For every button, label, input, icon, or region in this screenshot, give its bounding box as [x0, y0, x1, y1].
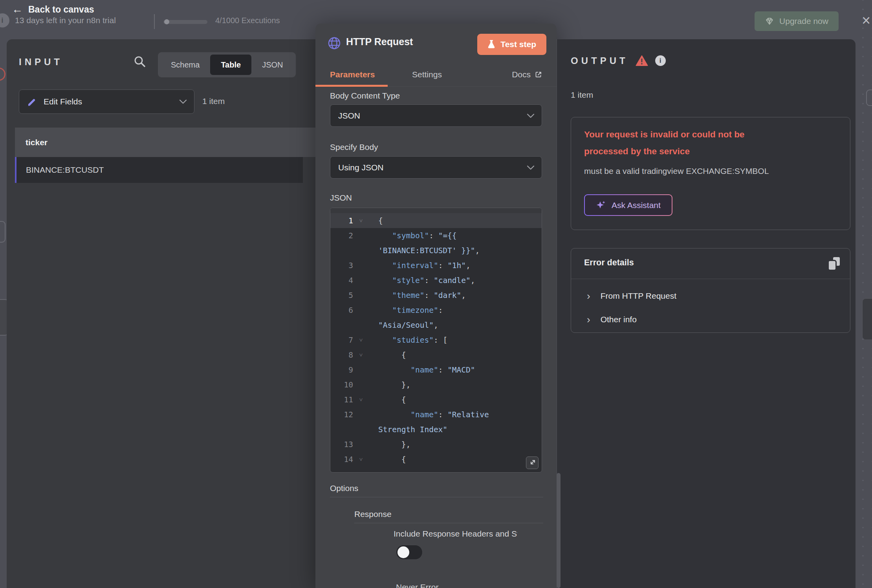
fold-chevron-icon[interactable]: ˅ [353, 217, 369, 224]
options-divider [330, 497, 543, 497]
tab-parameters[interactable]: Parameters [330, 70, 375, 79]
code-line[interactable]: 13 }, [330, 437, 542, 452]
code-line[interactable]: 2 "symbol": "={{ [330, 228, 542, 243]
other-info-label: Other info [601, 315, 637, 324]
upgrade-now-label: Upgrade now [779, 16, 828, 26]
line-number: 5 [330, 291, 353, 300]
code-text: "name": "Relative [369, 410, 489, 419]
line-number: 8 [330, 351, 353, 360]
tab-docs[interactable]: Docs [512, 70, 542, 79]
line-number: 1 [330, 216, 353, 225]
tab-schema[interactable]: Schema [160, 55, 210, 75]
fold-chevron-icon[interactable]: ˅ [353, 456, 369, 463]
executions-progress-fill [164, 19, 169, 24]
include-response-headers-toggle[interactable] [396, 545, 423, 560]
fold-chevron-icon[interactable]: ˅ [353, 396, 369, 403]
body-content-type-value: JSON [330, 111, 527, 121]
code-line[interactable]: 1˅{ [330, 213, 542, 228]
warning-triangle-icon [636, 55, 648, 66]
code-line[interactable]: 6 "timezone": [330, 303, 542, 318]
column-header-ticker: ticker [15, 138, 48, 147]
search-icon[interactable] [133, 55, 147, 69]
code-line[interactable]: 12 "name": "Relative [330, 407, 542, 422]
editor-top-strip [330, 208, 542, 213]
flask-icon [487, 40, 495, 49]
canvas-node-fragment [866, 89, 872, 106]
code-text: "symbol": "={{ [369, 231, 457, 240]
code-text: { [369, 395, 406, 404]
code-line[interactable]: 11˅ { [330, 392, 542, 407]
globe-icon [327, 36, 341, 50]
response-divider [354, 523, 543, 523]
chevron-right-icon: › [587, 314, 590, 325]
code-text: "studies": [ [369, 336, 447, 345]
canvas-panel-fragment [862, 298, 872, 340]
upgrade-now-button[interactable]: Upgrade now [755, 11, 839, 31]
code-line[interactable]: 'BINANCE:BTCUSDT' }}", [330, 243, 542, 258]
back-to-canvas-button[interactable]: ← Back to canvas [12, 4, 94, 15]
input-table-row[interactable]: BINANCE:BTCUSDT [15, 157, 303, 183]
code-line[interactable]: 9 "name": "MACD" [330, 362, 542, 377]
code-text: 'BINANCE:BTCUSDT' }}", [369, 246, 480, 255]
code-line[interactable]: Strength Index" [330, 422, 542, 437]
code-line[interactable]: 3 "interval": "1h", [330, 258, 542, 273]
node-details-panel: HTTP Request Test step Parameters Settin… [315, 24, 557, 588]
input-source-label: Edit Fields [44, 97, 179, 106]
line-number: 7 [330, 336, 353, 345]
error-details-row-other[interactable]: › Other info [587, 310, 842, 329]
code-line[interactable]: 4 "style": "candle", [330, 273, 542, 288]
back-to-canvas-label: Back to canvas [28, 4, 94, 15]
error-title: Your request is invalid or could not be … [584, 126, 744, 160]
options-heading: Options [330, 484, 358, 493]
expand-editor-icon[interactable] [526, 457, 539, 469]
input-panel: INPUT Schema Table JSON Edit Fields 1 it… [7, 39, 315, 588]
code-text: { [369, 455, 406, 464]
info-icon[interactable]: i [655, 55, 666, 66]
ask-assistant-label: Ask Assistant [612, 201, 661, 210]
output-items-count: 1 item [571, 90, 593, 100]
json-editor-label: JSON [330, 193, 352, 203]
info-icon: i [0, 13, 9, 27]
code-line[interactable]: 10 }, [330, 377, 542, 392]
code-line[interactable]: 5 "theme": "dark", [330, 288, 542, 303]
tab-table[interactable]: Table [210, 55, 251, 75]
ask-assistant-button[interactable]: Ask Assistant [584, 194, 672, 216]
fold-chevron-icon[interactable]: ˅ [353, 351, 369, 358]
json-code-editor[interactable]: 1˅{2 "symbol": "={{'BINANCE:BTCUSDT' }}"… [330, 208, 542, 473]
output-panel-title: OUTPUT [571, 55, 628, 66]
fold-chevron-icon[interactable]: ˅ [353, 336, 369, 343]
test-step-button[interactable]: Test step [477, 34, 546, 55]
specify-body-label: Specify Body [330, 142, 378, 152]
canvas-button-fragment [0, 221, 5, 243]
parameters-scrollbar[interactable] [557, 473, 561, 588]
input-panel-title: INPUT [19, 57, 63, 68]
input-source-dropdown[interactable]: Edit Fields [19, 89, 194, 114]
specify-body-select[interactable]: Using JSON [330, 156, 542, 179]
chevron-down-icon [179, 99, 187, 104]
output-panel: OUTPUT i 1 item Your request is invalid … [557, 39, 856, 588]
copy-icon[interactable] [829, 257, 840, 270]
active-tab-underline [315, 85, 388, 87]
line-number: 2 [330, 231, 353, 240]
code-line[interactable]: 7˅ "studies": [ [330, 332, 542, 347]
code-text: { [369, 351, 406, 360]
executions-progress-bar [163, 20, 207, 24]
body-content-type-select[interactable]: JSON [330, 104, 542, 127]
test-step-label: Test step [500, 40, 536, 49]
canvas-error-ring-fragment [0, 68, 5, 81]
code-line[interactable]: "Asia/Seoul", [330, 318, 542, 332]
body-content-type-label: Body Content Type [330, 91, 400, 100]
tab-settings[interactable]: Settings [412, 70, 442, 79]
code-line[interactable]: 8˅ { [330, 347, 542, 362]
error-details-heading: Error details [584, 258, 634, 268]
node-title[interactable]: HTTP Request [346, 36, 413, 47]
code-text: "interval": "1h", [369, 261, 471, 270]
error-title-line1: Your request is invalid or could not be [584, 126, 744, 143]
close-icon[interactable]: × [859, 13, 872, 28]
code-line[interactable]: 14˅ { [330, 452, 542, 467]
error-details-divider [571, 279, 850, 279]
error-details-card: Error details › From HTTP Request › Othe… [571, 248, 850, 333]
error-description: must be a valid tradingview EXCHANGE:SYM… [584, 166, 769, 176]
error-details-row-http[interactable]: › From HTTP Request [587, 286, 842, 306]
tab-json[interactable]: JSON [251, 55, 293, 75]
